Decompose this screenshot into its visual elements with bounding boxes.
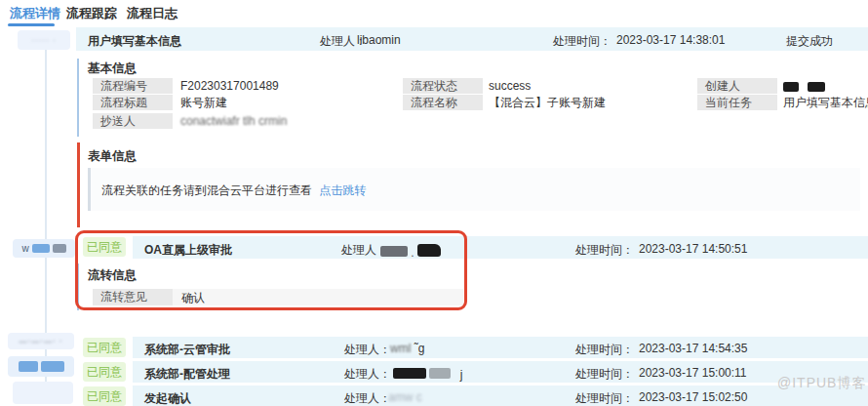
flow-info-title: 流转信息 <box>88 267 137 284</box>
active-tab-underline <box>8 23 55 26</box>
timeline-node-cloud-approver: —·—·—· · <box>8 333 74 349</box>
redacted-node-text: ····· · <box>31 36 56 45</box>
field-label-process-title: 流程标题 <box>93 95 173 110</box>
field-value-current-task: 用户填写基本信息 <box>783 95 868 110</box>
step4-time-value: 2023-03-17 15:00:11 <box>639 366 747 380</box>
step5-header-bar[interactable] <box>133 386 868 406</box>
timeline-node-start: ····· · <box>18 30 70 50</box>
step1-header-bar[interactable] <box>76 27 868 51</box>
redacted-node-text: —·—·—· · <box>20 337 63 345</box>
field-value-flow-opinion: 确认 <box>181 290 205 305</box>
redacted-value-bar <box>380 246 408 257</box>
step4-status-badge: 已同意 <box>83 362 126 382</box>
redacted-name-bar <box>32 244 50 253</box>
step1-time-label: 处理时间： <box>553 33 612 50</box>
redacted-value-bar <box>783 82 799 92</box>
field-label-process-no: 流程编号 <box>93 78 173 94</box>
step3-time-value: 2023-03-17 14:54:35 <box>639 342 747 355</box>
tab-process-detail[interactable]: 流程详情 <box>10 5 60 22</box>
field-value-creator-redacted <box>783 81 825 95</box>
form-info-message: 流程关联的任务请到混合云平台进行查看 <box>101 183 312 197</box>
field-label-process-status: 流程状态 <box>403 78 483 94</box>
step5-handler-label: 处理人： <box>344 390 391 406</box>
form-info-text: 流程关联的任务请到混合云平台进行查看 点击跳转 <box>101 183 366 199</box>
process-detail-page: 流程详情 流程跟踪 流程日志 ····· · w —·—·—· · 用户填写基本… <box>0 0 868 406</box>
step3-handler-label: 处理人： <box>344 342 391 358</box>
field-value-process-title: 账号新建 <box>180 95 227 110</box>
handler-tail: ˜g <box>414 342 425 355</box>
redacted-value-bar <box>417 244 441 257</box>
redacted-name-bar <box>53 244 66 253</box>
field-label-current-task: 当前任务 <box>697 95 777 110</box>
timeline-node-initiator <box>13 382 73 404</box>
step3-title: 系统部-云管审批 <box>144 342 230 358</box>
step1-title: 用户填写基本信息 <box>88 33 181 50</box>
field-value-process-name: 【混合云】子账号新建 <box>489 95 606 110</box>
step2-status-badge: 已同意 <box>83 237 126 257</box>
field-label-cc-person: 抄送人 <box>93 113 173 129</box>
redacted-value-bar <box>429 368 451 379</box>
redacted-value-bar <box>808 82 825 92</box>
field-value-cc-person-blurred: conactwiafr tlh crmin <box>180 113 287 129</box>
redacted-value-bar <box>393 368 426 379</box>
step4-time-label: 处理时间： <box>575 366 634 383</box>
timeline-node-config-approver <box>8 356 74 377</box>
field-value-process-status: success <box>489 78 531 94</box>
step2-time-label: 处理时间： <box>575 242 634 259</box>
form-info-title: 表单信息 <box>88 148 137 165</box>
step4-header-bar[interactable] <box>133 361 868 383</box>
step2-handler-redacted: . <box>380 244 441 260</box>
form-info-section-line <box>77 142 80 227</box>
step5-handler-blurred: amw c <box>388 390 422 404</box>
jump-link[interactable]: 点击跳转 <box>319 183 366 197</box>
tab-process-track[interactable]: 流程跟踪 <box>66 5 117 22</box>
step2-header-bar[interactable] <box>133 236 868 259</box>
field-label-creator: 创建人 <box>697 78 777 94</box>
step2-time-value: 2023-03-17 14:50:51 <box>639 242 747 256</box>
step4-title: 系统部-配管处理 <box>144 366 230 383</box>
handler-tail: j <box>460 368 463 382</box>
field-label-flow-opinion: 流转意见 <box>93 289 173 305</box>
step1-handler-value: libaomin <box>357 33 401 47</box>
step2-title: OA直属上级审批 <box>144 242 232 259</box>
step3-header-bar[interactable] <box>133 337 868 358</box>
timeline-node-oa-approver: w <box>13 239 75 258</box>
step5-title: 发起确认 <box>144 390 191 406</box>
redacted-node-text: w <box>21 243 28 254</box>
step3-handler-value: wml ˜g <box>390 342 424 355</box>
field-label-process-name: 流程名称 <box>403 95 483 110</box>
step3-time-label: 处理时间： <box>575 342 634 358</box>
step4-handler-label: 处理人： <box>344 366 391 383</box>
flow-info-section-line <box>77 264 79 310</box>
step4-handler-redacted: j <box>393 368 462 382</box>
basic-info-section-line <box>77 59 79 137</box>
field-value-process-no: F20230317001489 <box>180 78 279 94</box>
redacted-name-bar <box>41 361 64 372</box>
tab-process-log[interactable]: 流程日志 <box>127 5 178 22</box>
step5-time-value: 2023-03-17 15:02:50 <box>639 390 747 404</box>
redacted-handler-blur: wml <box>390 342 411 355</box>
step1-time-value: 2023-03-17 14:38:01 <box>616 33 725 47</box>
step5-status-badge: 已同意 <box>83 386 126 406</box>
field-value-flow-opinion-bg <box>173 289 463 305</box>
redacted-name-bar <box>19 361 38 372</box>
step1-status-text: 提交成功 <box>786 33 833 50</box>
step3-status-badge: 已同意 <box>83 338 126 357</box>
itpub-watermark: @ITPUB博客 <box>777 375 866 392</box>
step5-time-label: 处理时间： <box>575 390 634 406</box>
basic-info-title: 基本信息 <box>88 61 137 77</box>
